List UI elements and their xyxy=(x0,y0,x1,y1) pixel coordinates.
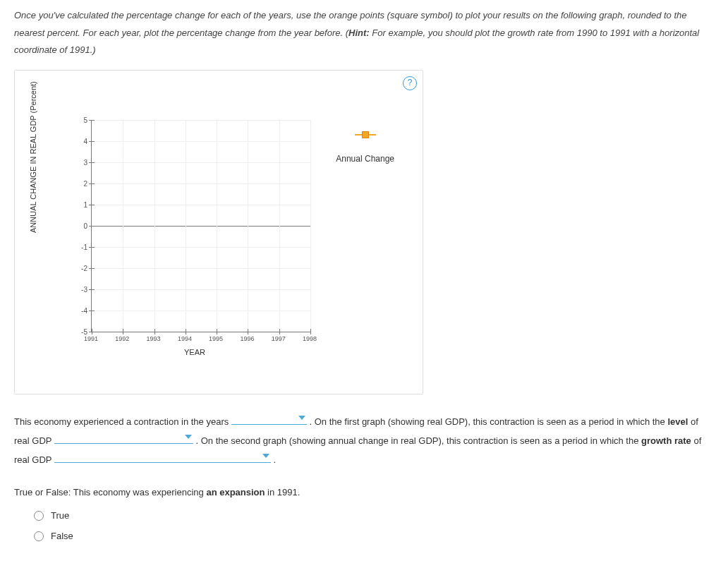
tf-prompt-b: in 1991. xyxy=(265,487,300,497)
level-word: level xyxy=(667,416,688,427)
x-tick xyxy=(217,329,217,334)
radio-icon xyxy=(34,511,44,521)
plot-area[interactable]: 5 4 3 2 1 0 -1 -2 -3 -4 -5 1991 1992 199… xyxy=(63,120,310,346)
y-tick xyxy=(89,162,95,163)
gridline-v xyxy=(217,120,217,332)
x-tick xyxy=(310,329,311,334)
gridline-v xyxy=(123,120,123,332)
radio-option-true[interactable]: True xyxy=(34,510,714,521)
dropdown-level-behavior[interactable] xyxy=(54,431,193,444)
gridline-h xyxy=(92,247,310,248)
gridline-h xyxy=(92,205,310,205)
gridline-h xyxy=(92,141,310,142)
x-tick xyxy=(92,329,92,334)
y-tick xyxy=(89,310,95,311)
radio-label: False xyxy=(51,531,73,541)
x-tick xyxy=(154,329,155,334)
x-tick-label: 1995 xyxy=(205,335,226,342)
dropdown-years[interactable] xyxy=(231,412,307,425)
gridline-h xyxy=(92,268,310,269)
y-tick xyxy=(89,247,95,248)
gridline-h xyxy=(92,289,310,290)
plot-grid[interactable] xyxy=(91,120,310,332)
x-tick-label: 1992 xyxy=(111,335,133,342)
x-tick-label: 1991 xyxy=(80,335,102,342)
radio-option-false[interactable]: False xyxy=(34,531,714,541)
hint-label: Hint: xyxy=(348,28,370,38)
y-tick-label: 4 xyxy=(73,138,87,145)
legend-label: Annual Change xyxy=(336,154,394,164)
x-tick-label: 1996 xyxy=(236,335,257,342)
dropdown-growth-behavior[interactable] xyxy=(54,450,271,463)
instructions-text: Once you've calculated the percentage ch… xyxy=(14,7,714,59)
y-tick-label: -5 xyxy=(73,328,87,336)
gridline-v xyxy=(279,120,280,332)
true-false-question: True or False: This economy was experien… xyxy=(14,487,714,497)
y-tick-label: 5 xyxy=(73,116,87,124)
radio-label: True xyxy=(51,510,69,521)
zero-line xyxy=(92,226,310,227)
x-tick xyxy=(248,329,248,334)
radio-group: True False xyxy=(34,510,714,541)
q-text: . xyxy=(273,454,276,465)
help-button[interactable]: ? xyxy=(403,76,417,90)
gridline-h xyxy=(92,310,310,311)
graph-panel[interactable]: ? ANNUAL CHANGE IN REAL GDP (Percent) YE… xyxy=(14,70,423,394)
x-tick-label: 1997 xyxy=(268,335,289,342)
x-tick-label: 1998 xyxy=(299,335,320,342)
x-tick xyxy=(186,329,186,334)
y-tick-label: 2 xyxy=(73,180,87,188)
gridline-h xyxy=(92,183,310,184)
x-tick-label: 1994 xyxy=(174,335,195,342)
y-tick-label: 3 xyxy=(73,159,87,167)
x-tick-label: 1993 xyxy=(143,335,164,342)
gridline-v xyxy=(248,120,248,332)
radio-icon xyxy=(34,531,44,541)
growth-word: growth rate xyxy=(641,435,691,446)
q-text: . On the first graph (showing real GDP),… xyxy=(309,416,667,427)
y-tick xyxy=(89,205,95,205)
gridline-v xyxy=(186,120,186,332)
y-tick xyxy=(89,268,95,269)
gridline-h xyxy=(92,162,310,163)
square-point-icon xyxy=(355,131,376,139)
legend-annual-change[interactable]: Annual Change xyxy=(336,131,394,164)
y-tick-label: 0 xyxy=(73,222,87,230)
y-tick-label: -4 xyxy=(73,307,87,315)
y-tick xyxy=(89,120,95,121)
y-tick-label: -2 xyxy=(73,265,87,272)
q-text: This economy experienced a contraction i… xyxy=(14,416,231,427)
x-tick xyxy=(123,329,123,334)
gridline-v xyxy=(310,120,311,332)
x-axis-title: YEAR xyxy=(184,348,205,356)
y-tick-label: -3 xyxy=(73,286,87,294)
y-tick xyxy=(89,289,95,290)
help-icon: ? xyxy=(408,78,413,88)
tf-prompt-a: True or False: This economy was experien… xyxy=(14,487,206,497)
y-axis-title: ANNUAL CHANGE IN REAL GDP (Percent) xyxy=(29,81,37,233)
x-tick xyxy=(279,329,280,334)
fill-in-question: This economy experienced a contraction i… xyxy=(14,412,714,469)
q-text: . On the second graph (showing annual ch… xyxy=(195,435,641,446)
y-tick xyxy=(89,226,95,227)
y-tick-label: 1 xyxy=(73,201,87,209)
y-tick xyxy=(89,183,95,184)
y-tick xyxy=(89,141,95,142)
y-tick-label: -1 xyxy=(73,243,87,251)
gridline-v xyxy=(154,120,155,332)
gridline-h xyxy=(92,120,310,121)
tf-prompt-bold: an expansion xyxy=(206,487,265,497)
